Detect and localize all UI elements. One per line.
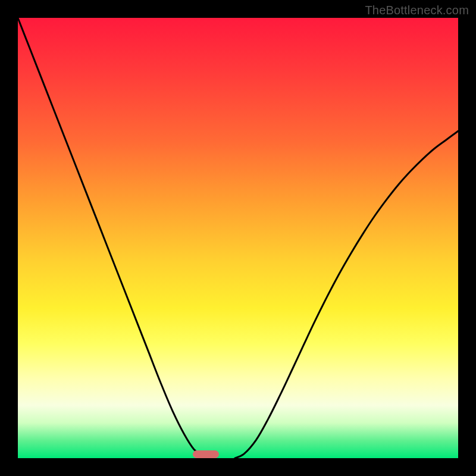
curve-left-branch (18, 18, 208, 458)
optimum-marker (193, 450, 219, 458)
watermark-text: TheBottleneck.com (365, 4, 469, 17)
curve-right-branch (235, 131, 458, 458)
chart-frame: TheBottleneck.com (0, 0, 476, 476)
bottleneck-curve (18, 18, 458, 458)
